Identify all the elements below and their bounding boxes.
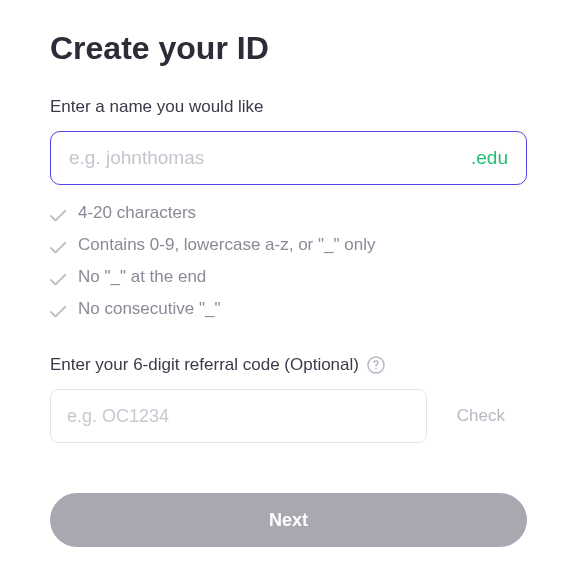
rule-text: Contains 0-9, lowercase a-z, or "_" only [78,235,375,255]
referral-input-wrapper [50,389,427,443]
rule-text: No consecutive "_" [78,299,220,319]
name-input-wrapper: .edu [50,131,527,185]
referral-label: Enter your 6-digit referral code (Option… [50,355,527,375]
check-icon [50,303,66,315]
name-label: Enter a name you would like [50,97,527,117]
next-button[interactable]: Next [50,493,527,547]
referral-input[interactable] [67,406,410,427]
referral-label-text: Enter your 6-digit referral code (Option… [50,355,359,375]
page-title: Create your ID [50,30,527,67]
validation-rules: 4-20 characters Contains 0-9, lowercase … [50,203,527,319]
check-icon [50,271,66,283]
check-icon [50,207,66,219]
help-icon[interactable] [367,356,385,374]
rule-item: 4-20 characters [50,203,527,223]
svg-point-1 [375,368,377,370]
rule-item: No consecutive "_" [50,299,527,319]
rule-item: Contains 0-9, lowercase a-z, or "_" only [50,235,527,255]
domain-suffix: .edu [471,147,508,169]
check-button[interactable]: Check [435,389,527,443]
rule-item: No "_" at the end [50,267,527,287]
referral-row: Check [50,389,527,443]
rule-text: 4-20 characters [78,203,196,223]
rule-text: No "_" at the end [78,267,206,287]
check-icon [50,239,66,251]
name-input[interactable] [69,147,471,169]
